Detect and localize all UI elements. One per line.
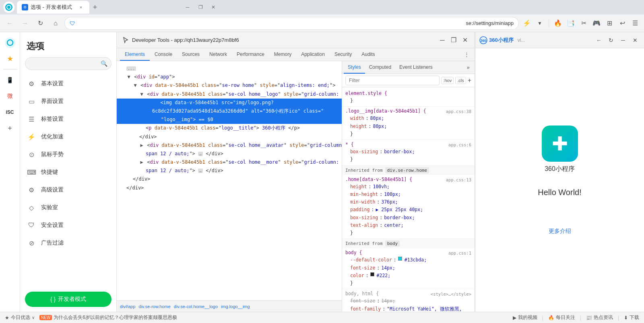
nav-forward-btn[interactable]: → [19,17,31,30]
selector-element[interactable]: element.style { [345,91,471,96]
address-input-container[interactable]: 🛡 se://settings/miniapp [64,17,519,30]
tab-console[interactable]: Console [150,48,177,61]
sidebar-phone-icon[interactable]: 📱 [3,73,17,87]
settings-item-speed[interactable]: ⚡ 优化加速 [20,128,116,146]
selector-bodyhtml[interactable]: body, html { [345,291,379,296]
new-tab-btn[interactable]: + [89,2,101,13]
source-home[interactable]: app.css:13 [446,177,471,182]
breadcrumb-serow[interactable]: div.se-row.home [139,304,171,309]
styles-filter-input[interactable] [345,76,440,85]
code-line-1[interactable]: ▼ <div id="app"> [117,73,342,81]
settings-item-shortcuts[interactable]: ⌨ 快捷键 [20,163,116,181]
window-close-btn[interactable]: ✕ [208,2,218,12]
code-line-8[interactable]: </div> [117,175,342,183]
selector-star[interactable]: * { [345,142,354,147]
tab-event-listeners[interactable]: Event Listeners [395,61,437,74]
breadcrumb-divapp[interactable]: div#app [120,304,136,309]
pseudo-hov-btn[interactable]: :hov [441,77,454,84]
inherited-from-body[interactable]: body [385,241,400,247]
styles-more-btn[interactable]: » [463,63,473,72]
tab-close-btn[interactable]: × [77,4,85,11]
code-line-6[interactable]: ▶ <div data-v-584e45b1 class="se-col hom… [117,141,342,150]
nav-refresh-btn[interactable]: ↻ [34,17,47,30]
settings-item-advanced[interactable]: ⚙ 高级设置 [20,181,116,199]
scissors-icon[interactable]: ✂ [578,18,589,29]
breadcrumb-img[interactable]: img.logo__img [221,304,250,309]
settings-search-input[interactable] [25,57,111,70]
settings-item-tabs[interactable]: ☰ 标签设置 [20,110,116,128]
tab-sources[interactable]: Sources [177,48,204,61]
selector-home[interactable]: .home[data-v-584e45b1] { [345,177,412,182]
window-maximize-btn[interactable]: ❐ [196,2,205,12]
sidebar-weibo-icon[interactable]: 微 [3,89,17,103]
lightning-icon[interactable]: ⚡ [521,18,533,29]
breadcrumb-secol[interactable]: div.se-col.home__logo [174,304,218,309]
add-style-btn[interactable]: + [468,77,471,84]
code-line-2[interactable]: ▼ <div data-v-584e45b1 class="se-row hom… [117,81,342,90]
code-line-7[interactable]: ▶ <div data-v-584e45b1 class="se-col hom… [117,158,342,167]
menu-icon[interactable]: ☰ [630,18,641,29]
tab-computed[interactable]: Computed [365,61,395,74]
mini-app-back-btn[interactable]: ← [594,35,604,45]
code-line-selected-2[interactable]: 6c8dc2f3d027ada9548d14a5a3266d0d" alt="3… [117,107,342,115]
code-line-selected[interactable]: <img data-v-584e45b1 src="img/logo.png? [117,99,342,107]
code-line-ellipsis[interactable]: ... [117,64,342,73]
mini-app-close-btn[interactable]: ✕ [630,35,640,45]
settings-item-security[interactable]: 🛡 安全设置 [20,216,116,234]
source-body[interactable]: app.css:1 [448,251,471,255]
app-more-link[interactable]: 更多介绍 [549,228,571,235]
tab-application[interactable]: Application [296,48,330,61]
status-hot[interactable]: 📰 热点资讯 [586,314,613,321]
fire-icon[interactable]: 🔥 [552,18,564,29]
code-line-selected-3[interactable]: "logo__img"> == $0 [117,115,342,124]
tab-network[interactable]: Network [204,48,232,61]
tab-styles[interactable]: Styles [344,61,365,74]
source-logoimg[interactable]: app.css:38 [446,109,471,114]
tab-elements[interactable]: Elements [120,48,150,61]
settings-item-mouse[interactable]: ⊙ 鼠标手势 [20,146,116,163]
tab-security[interactable]: Security [330,48,357,61]
devtools-minimize-btn[interactable]: ─ [438,35,447,45]
undo-icon[interactable]: ↩ [617,18,628,29]
pseudo-cls-btn[interactable]: .cls [455,77,466,84]
mini-app-refresh-btn[interactable]: ↻ [606,35,616,45]
code-line-5[interactable]: </div> [117,133,342,141]
sidebar-plus-icon[interactable]: + [3,121,17,136]
code-line-4[interactable]: <p data-v-584e45b1 class="logo__title"> … [117,124,342,132]
sidebar-extension1-icon[interactable]: iSC [3,105,17,119]
selector-logoimg[interactable]: .logo__img[data-v-584e45b1] { [345,108,426,114]
status-video[interactable]: ▶ 我的视频 [513,314,537,321]
devtools-cursor-icon[interactable] [122,36,130,44]
inherited-from-tag[interactable]: div.se-row.home [385,167,429,173]
selector-body[interactable]: body { [345,250,362,255]
nav-back-btn[interactable]: ← [3,17,16,30]
settings-item-lab[interactable]: ◇ 实验室 [20,199,116,216]
settings-item-interface[interactable]: ▭ 界面设置 [20,93,116,110]
code-line-3[interactable]: ▼ <div data-v-584e45b1 class="se-col hom… [117,90,342,99]
source-star[interactable]: app.css:6 [448,142,471,147]
settings-item-adfilter[interactable]: ⊘ 广告过滤 [20,234,116,252]
active-tab[interactable]: ⚙ 选项 - 开发者模式 × [17,1,89,14]
code-line-6b[interactable]: span 12 / auto;"> … </div> [117,150,342,158]
tab-memory[interactable]: Memory [269,48,296,61]
code-line-9[interactable]: </div> [117,184,342,192]
tab-performance[interactable]: Performance [232,48,269,61]
source-bodyhtml[interactable]: <style>…</style> [431,292,471,296]
devtools-close-btn[interactable]: ✕ [460,35,470,45]
sidebar-home-icon[interactable] [3,35,17,50]
developer-mode-btn[interactable]: { } 开发者模式 [25,292,111,307]
grid-icon[interactable]: ⊞ [604,18,615,29]
tab-audits[interactable]: Audits [357,48,380,61]
status-daily[interactable]: 🔥 每日关注 [548,314,575,321]
status-news[interactable]: NEW 为什么会丢失6岁以前的记忆？心理学家的答案颠覆思恩极 [39,314,177,321]
bookmark-icon[interactable]: 📑 [565,18,576,29]
status-youhui[interactable]: ★ 今日优选 ∨ [5,314,35,321]
tabs-more-btn[interactable]: ⋮ [462,50,471,60]
code-line-7b[interactable]: span 12 / auto;"> … </div> [117,167,342,175]
mini-app-minimize-btn[interactable]: ─ [618,35,628,45]
extension-icon[interactable]: 🎮 [591,18,602,29]
status-download[interactable]: ⬇ 下载 [624,314,639,321]
settings-item-basic[interactable]: ⚙ 基本设置 [20,75,116,93]
sidebar-favorites-icon[interactable]: ★ [3,51,17,66]
devtools-restore-btn[interactable]: ❐ [449,35,458,45]
